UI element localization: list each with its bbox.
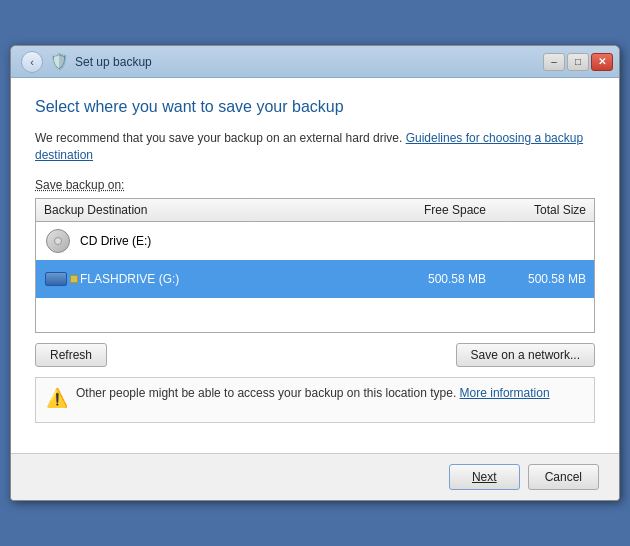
- refresh-button[interactable]: Refresh: [35, 343, 107, 367]
- table-header: Backup Destination Free Space Total Size: [36, 199, 594, 222]
- action-buttons: Refresh Save on a network...: [35, 343, 595, 367]
- flash-drive-total: 500.58 MB: [496, 272, 586, 286]
- save-backup-label: Save backup on:: [35, 178, 595, 192]
- flash-drive-free: 500.58 MB: [396, 272, 496, 286]
- warning-icon: ⚠️: [46, 387, 68, 409]
- flash-drive-icon: [44, 265, 72, 293]
- titlebar-left: ‹ 🛡️ Set up backup: [21, 51, 152, 73]
- backup-icon: 🛡️: [49, 52, 69, 71]
- minimize-button[interactable]: –: [543, 53, 565, 71]
- warning-text: Other people might be able to access you…: [76, 386, 550, 400]
- table-row[interactable]: FLASHDRIVE (G:) 500.58 MB 500.58 MB: [36, 260, 594, 298]
- table-row[interactable]: CD Drive (E:): [36, 222, 594, 260]
- titlebar: ‹ 🛡️ Set up backup – □ ✕: [11, 46, 619, 78]
- footer: Next Cancel: [11, 453, 619, 500]
- back-button[interactable]: ‹: [21, 51, 43, 73]
- cd-drive-name: CD Drive (E:): [80, 234, 396, 248]
- save-network-button[interactable]: Save on a network...: [456, 343, 595, 367]
- maximize-button[interactable]: □: [567, 53, 589, 71]
- description-text: We recommend that you save your backup o…: [35, 130, 595, 164]
- warning-box: ⚠️ Other people might be able to access …: [35, 377, 595, 423]
- flash-drive-name: FLASHDRIVE (G:): [80, 272, 396, 286]
- page-title: Select where you want to save your backu…: [35, 98, 595, 116]
- col-header-total: Total Size: [496, 203, 586, 217]
- next-button[interactable]: Next: [449, 464, 520, 490]
- cancel-button[interactable]: Cancel: [528, 464, 599, 490]
- more-info-link[interactable]: More information: [460, 386, 550, 400]
- col-header-name: Backup Destination: [44, 203, 396, 217]
- drive-table: Backup Destination Free Space Total Size…: [35, 198, 595, 333]
- cd-drive-icon: [44, 227, 72, 255]
- main-window: ‹ 🛡️ Set up backup – □ ✕ Select where yo…: [10, 45, 620, 501]
- col-header-free: Free Space: [396, 203, 496, 217]
- window-title: Set up backup: [75, 55, 152, 69]
- titlebar-controls: – □ ✕: [543, 53, 613, 71]
- close-button[interactable]: ✕: [591, 53, 613, 71]
- content-area: Select where you want to save your backu…: [11, 78, 619, 453]
- drive-list: CD Drive (E:) FLASHDRIVE (G:) 500.58 MB …: [36, 222, 594, 332]
